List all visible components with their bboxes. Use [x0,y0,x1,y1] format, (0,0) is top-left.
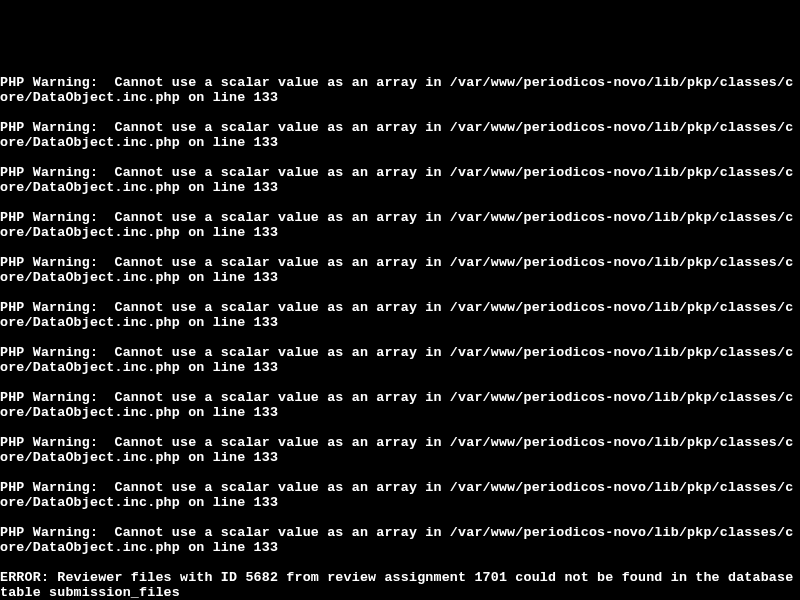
php-warning-line: PHP Warning: Cannot use a scalar value a… [0,480,800,510]
php-warning-line: PHP Warning: Cannot use a scalar value a… [0,390,800,420]
php-warning-line: PHP Warning: Cannot use a scalar value a… [0,75,800,105]
php-warning-line: PHP Warning: Cannot use a scalar value a… [0,210,800,240]
php-warning-line: PHP Warning: Cannot use a scalar value a… [0,435,800,465]
php-warning-line: PHP Warning: Cannot use a scalar value a… [0,255,800,285]
php-warning-line: PHP Warning: Cannot use a scalar value a… [0,525,800,555]
terminal-output[interactable]: PHP Warning: Cannot use a scalar value a… [0,60,800,600]
php-warning-line: PHP Warning: Cannot use a scalar value a… [0,120,800,150]
php-warning-line: PHP Warning: Cannot use a scalar value a… [0,345,800,375]
php-warning-line: PHP Warning: Cannot use a scalar value a… [0,165,800,195]
error-line: ERROR: Reviewer files with ID 5682 from … [0,570,800,600]
php-warning-line: PHP Warning: Cannot use a scalar value a… [0,300,800,330]
